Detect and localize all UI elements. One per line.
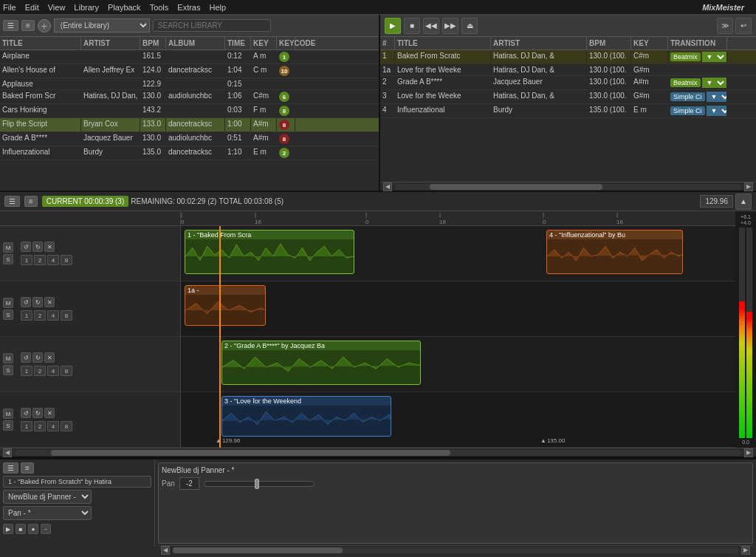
bottom-waveform-btn[interactable]: ~ <box>41 524 51 534</box>
detail-view-btn[interactable]: ≡ <box>21 20 35 31</box>
bottom-rec-btn[interactable]: ● <box>28 524 38 534</box>
tl-scroll-right[interactable]: ▶ <box>744 448 753 457</box>
stop-button[interactable]: ■ <box>404 18 420 34</box>
menu-edit[interactable]: Edit <box>25 3 39 12</box>
bottom-list-btn[interactable]: ☰ <box>3 462 18 474</box>
knob-1-3[interactable]: 1 <box>21 366 32 376</box>
track-rew-2[interactable]: ↺ <box>21 297 31 307</box>
track-solo-4[interactable]: S <box>3 420 13 431</box>
menu-extras[interactable]: Extras <box>177 3 200 12</box>
library-row-1[interactable]: Allen's House of Allen Jeffrey Ex 124.0 … <box>0 64 379 78</box>
library-row-7[interactable]: Influenzational Burdy 135.0 dancetracksc… <box>0 146 379 160</box>
playlist-row-4[interactable]: 4 Influenzational Burdy 135.0 (100. E m … <box>380 104 756 118</box>
pl-scroll-right[interactable]: ▶ <box>744 182 753 191</box>
track-rew-1[interactable]: ↺ <box>21 242 31 252</box>
bottom-stop-btn[interactable]: ■ <box>16 524 26 534</box>
track-mute-4[interactable]: M <box>3 409 13 419</box>
forward-button[interactable]: ▶▶ <box>442 18 458 34</box>
bp-scroll-right[interactable]: ▶ <box>741 546 750 555</box>
add-track-btn[interactable]: + <box>38 19 51 33</box>
menu-library[interactable]: Library <box>74 3 99 12</box>
knob-8-3[interactable]: 8 <box>61 366 72 376</box>
bottom-play-btn[interactable]: ▶ <box>3 524 13 534</box>
knob-4-4[interactable]: 4 <box>47 421 59 431</box>
knob-2-4[interactable]: 2 <box>34 421 46 431</box>
library-row-0[interactable]: Airplane 161.5 0:12 A m 1 <box>0 50 379 64</box>
track-block-2[interactable]: 2 - "Grade A B****" by Jacquez Ba <box>221 341 421 385</box>
eject-button[interactable]: ⏏ <box>461 18 478 34</box>
pan-slider[interactable] <box>204 481 315 487</box>
library-row-3[interactable]: Baked From Scr Hatiras, DJ Dan, 130.0 au… <box>0 90 379 104</box>
playlist-row-2[interactable]: 2 Grade A B**** Jacquez Bauer 130.0 (100… <box>380 76 756 90</box>
timeline-view-btn[interactable]: ☰ <box>4 196 20 207</box>
playlist-opt2[interactable]: ↩ <box>735 18 752 34</box>
tl-scroll-thumb[interactable] <box>51 450 450 456</box>
knob-2-3[interactable]: 2 <box>34 366 46 376</box>
menu-file[interactable]: File <box>3 3 16 12</box>
track-block-1[interactable]: 1 - "Baked From Scra <box>185 230 354 274</box>
menu-view[interactable]: View <box>48 3 66 12</box>
knob-8-1[interactable]: 8 <box>61 255 72 265</box>
menu-help[interactable]: Help <box>210 3 227 12</box>
list-view-btn[interactable]: ☰ <box>3 20 18 31</box>
track-mute-3[interactable]: M <box>3 353 13 363</box>
transition-select-4[interactable]: ▼ <box>707 106 727 116</box>
track-solo-3[interactable]: S <box>3 365 13 375</box>
play-button[interactable]: ▶ <box>385 18 401 34</box>
track-del-4[interactable]: ✕ <box>44 408 55 418</box>
knob-8-2[interactable]: 8 <box>61 310 72 321</box>
search-input[interactable] <box>153 19 271 32</box>
pl-scroll-left[interactable]: ◀ <box>383 182 392 191</box>
timeline-list-btn[interactable]: ≡ <box>24 196 38 207</box>
tl-scroll-track[interactable] <box>15 450 741 456</box>
transition-select-2[interactable]: ▼ <box>702 78 726 88</box>
track-del-2[interactable]: ✕ <box>44 297 55 307</box>
bpm-up[interactable]: ▲ <box>735 194 752 210</box>
library-row-4[interactable]: Cars Honking 143.2 0:03 F m 8 <box>0 104 379 118</box>
library-row-6[interactable]: Grade A B**** Jacquez Bauer 130.0 audiol… <box>0 132 379 146</box>
track-mute-2[interactable]: M <box>3 298 13 308</box>
track-del-3[interactable]: ✕ <box>44 352 55 363</box>
track-mute-1[interactable]: M <box>3 242 13 253</box>
transition-select-0[interactable]: ▼ <box>702 52 726 62</box>
pl-scroll-track[interactable] <box>395 184 741 190</box>
library-filter-dropdown[interactable]: (Entire Library) <box>54 18 150 33</box>
track-del-1[interactable]: ✕ <box>44 242 55 252</box>
track-block-1a[interactable]: 1a - <box>185 285 266 326</box>
bp-scroll-left[interactable]: ◀ <box>161 546 170 555</box>
track-fwd-1[interactable]: ↻ <box>32 242 43 252</box>
bottom-plugin2-dropdown[interactable]: Pan - * <box>3 506 92 520</box>
track-block-3[interactable]: 3 - "Love for the Weekend <box>221 396 391 437</box>
knob-4-2[interactable]: 4 <box>47 310 59 321</box>
menu-tools[interactable]: Tools <box>150 3 169 12</box>
track-solo-2[interactable]: S <box>3 310 13 320</box>
knob-1-2[interactable]: 1 <box>21 310 32 321</box>
knob-1-1[interactable]: 1 <box>21 255 32 265</box>
knob-2-2[interactable]: 2 <box>34 310 46 321</box>
knob-4-3[interactable]: 4 <box>47 366 59 376</box>
library-row-5[interactable]: Flip the Script Bryan Cox 133.0 dancetra… <box>0 118 379 132</box>
rewind-button[interactable]: ◀◀ <box>423 18 439 34</box>
knob-1-4[interactable]: 1 <box>21 421 32 431</box>
menu-playback[interactable]: Playback <box>108 3 141 12</box>
track-rew-3[interactable]: ↺ <box>21 352 31 363</box>
track-solo-1[interactable]: S <box>3 254 13 264</box>
transition-select-3[interactable]: ▼ <box>707 92 727 102</box>
bp-scroll-track[interactable] <box>173 547 738 553</box>
knob-2-1[interactable]: 2 <box>34 255 46 265</box>
playlist-row-1[interactable]: 1a Love for the Weeke Hatiras, DJ Dan, &… <box>380 64 756 76</box>
playlist-row-3[interactable]: 3 Love for the Weeke Hatiras, DJ Dan, & … <box>380 90 756 104</box>
playlist-row-0[interactable]: 1 Baked From Scratc Hatiras, DJ Dan, & 1… <box>380 50 756 64</box>
bottom-plugin1-dropdown[interactable]: NewBlue dj Panner - * <box>3 490 92 504</box>
tl-scroll-left[interactable]: ◀ <box>3 448 12 457</box>
track-block-4[interactable]: 4 - "Influenzational" by Bu <box>546 230 683 274</box>
playlist-opt1[interactable]: ≫ <box>717 18 733 34</box>
knob-8-4[interactable]: 8 <box>61 421 72 431</box>
track-fwd-4[interactable]: ↻ <box>32 408 43 418</box>
knob-4-1[interactable]: 4 <box>47 255 59 265</box>
track-rew-4[interactable]: ↺ <box>21 408 31 418</box>
pan-slider-thumb[interactable] <box>255 479 259 489</box>
track-fwd-2[interactable]: ↻ <box>32 297 43 307</box>
library-row-2[interactable]: Applause 122.9 0:15 <box>0 78 379 90</box>
bottom-detail-btn[interactable]: ≡ <box>21 462 34 474</box>
